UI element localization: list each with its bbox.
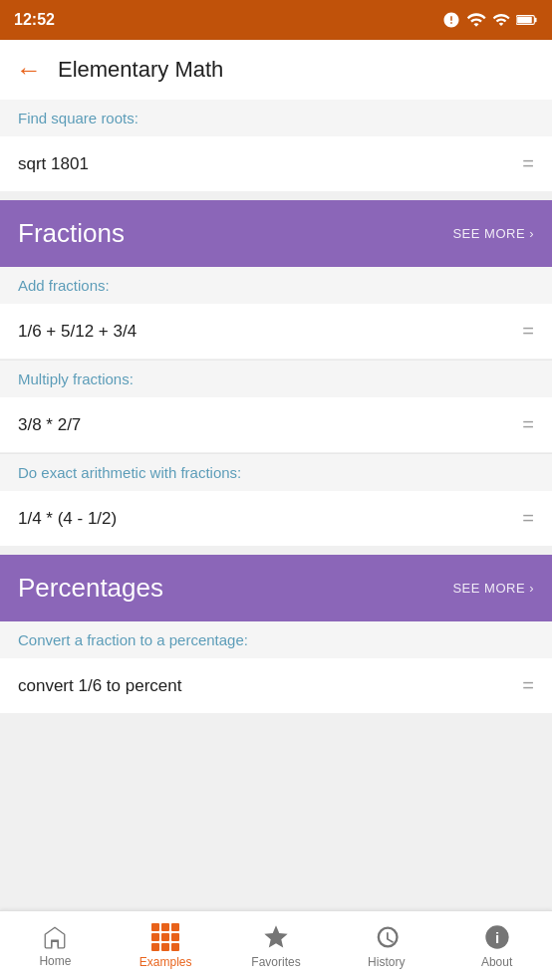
multiply-fractions-text: 3/8 * 2/7 bbox=[18, 415, 81, 435]
exact-arithmetic-row[interactable]: 1/4 * (4 - 1/2) = bbox=[0, 491, 552, 547]
sqrt-equals-icon: = bbox=[522, 152, 534, 175]
nav-favorites-label: Favorites bbox=[251, 955, 300, 969]
fractions-title: Fractions bbox=[18, 218, 125, 249]
convert-fraction-equals: = bbox=[522, 674, 534, 697]
fractions-examples: Add fractions: 1/6 + 5/12 + 3/4 = Multip… bbox=[0, 267, 552, 547]
nav-history-label: History bbox=[368, 955, 405, 969]
fractions-card: Fractions SEE MORE › Add fractions: 1/6 … bbox=[0, 200, 552, 547]
convert-fraction-label: Convert a fraction to a percentage: bbox=[0, 621, 552, 658]
sqrt-example-row[interactable]: sqrt 1801 = bbox=[0, 136, 552, 192]
add-fractions-row[interactable]: 1/6 + 5/12 + 3/4 = bbox=[0, 304, 552, 360]
square-roots-label: Find square roots: bbox=[0, 100, 552, 136]
exact-arithmetic-equals: = bbox=[522, 507, 534, 530]
add-fractions-label: Add fractions: bbox=[0, 267, 552, 304]
status-bar: 12:52 bbox=[0, 0, 552, 40]
convert-fraction-row[interactable]: convert 1/6 to percent = bbox=[0, 658, 552, 714]
square-roots-card: Find square roots: sqrt 1801 = bbox=[0, 100, 552, 192]
nav-home-label: Home bbox=[39, 954, 71, 968]
about-info-icon: i bbox=[483, 923, 511, 951]
percentages-title: Percentages bbox=[18, 573, 163, 604]
signal-icon bbox=[492, 11, 510, 29]
bottom-nav: Home Examples Favorites History i About bbox=[0, 910, 552, 980]
sqrt-example-text: sqrt 1801 bbox=[18, 154, 89, 174]
fractions-see-more[interactable]: SEE MORE › bbox=[452, 226, 534, 241]
percentages-card: Percentages SEE MORE › Convert a fractio… bbox=[0, 555, 552, 714]
nav-history[interactable]: History bbox=[331, 911, 441, 980]
svg-rect-1 bbox=[534, 18, 536, 22]
percentages-see-more[interactable]: SEE MORE › bbox=[452, 581, 534, 596]
status-time: 12:52 bbox=[14, 11, 55, 29]
battery-icon bbox=[516, 13, 538, 27]
nav-examples-label: Examples bbox=[139, 955, 192, 969]
percentages-examples: Convert a fraction to a percentage: conv… bbox=[0, 621, 552, 714]
app-title: Elementary Math bbox=[58, 57, 223, 83]
nav-about-label: About bbox=[481, 955, 512, 969]
svg-rect-2 bbox=[517, 17, 532, 24]
percentages-header: Percentages SEE MORE › bbox=[0, 555, 552, 621]
add-fractions-equals: = bbox=[522, 320, 534, 343]
nav-home[interactable]: Home bbox=[0, 911, 111, 980]
convert-fraction-text: convert 1/6 to percent bbox=[18, 676, 181, 696]
exact-arithmetic-label: Do exact arithmetic with fractions: bbox=[0, 453, 552, 491]
content-area: Find square roots: sqrt 1801 = Fractions… bbox=[0, 100, 552, 910]
add-fractions-text: 1/6 + 5/12 + 3/4 bbox=[18, 322, 137, 342]
nav-favorites[interactable]: Favorites bbox=[221, 911, 332, 980]
exact-arithmetic-text: 1/4 * (4 - 1/2) bbox=[18, 509, 117, 529]
multiply-fractions-row[interactable]: 3/8 * 2/7 = bbox=[0, 397, 552, 453]
nav-examples[interactable]: Examples bbox=[111, 911, 221, 980]
status-icons bbox=[442, 10, 538, 30]
home-icon bbox=[42, 924, 68, 950]
fractions-header: Fractions SEE MORE › bbox=[0, 200, 552, 267]
favorites-star-icon bbox=[262, 923, 290, 951]
wifi-icon bbox=[466, 10, 486, 30]
back-button[interactable]: ← bbox=[16, 57, 42, 83]
nav-about[interactable]: i About bbox=[441, 911, 552, 980]
app-bar: ← Elementary Math bbox=[0, 40, 552, 100]
examples-grid-icon bbox=[151, 923, 179, 951]
notification-icon bbox=[442, 11, 460, 29]
multiply-fractions-equals: = bbox=[522, 413, 534, 436]
svg-text:i: i bbox=[494, 928, 498, 945]
multiply-fractions-label: Multiply fractions: bbox=[0, 360, 552, 397]
history-clock-icon bbox=[373, 923, 401, 951]
